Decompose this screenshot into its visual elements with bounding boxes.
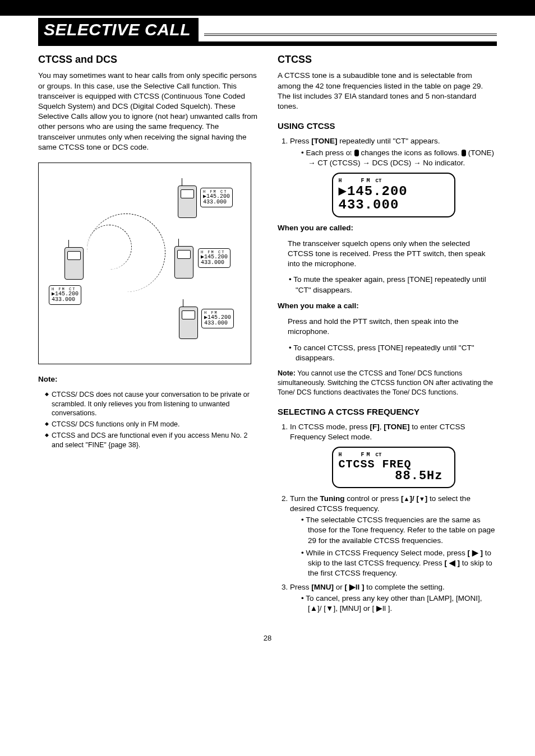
ctcss-note: Note: You cannot use the CTCSS and Tone/… [278,369,497,397]
step-sub-bullet: • Each press of T changes the icons as f… [308,148,497,168]
window-topbar [0,0,535,16]
lcd-ctcss-on: H FMCT ▶145.200 433.000 [332,173,455,217]
broadcast-wave-icon [87,214,165,292]
when-making-bullet: • To cancel CTCSS, press [TONE] repeated… [296,343,497,363]
radio-bottom-screen: H FM ▶145.200 433.000 [201,309,234,328]
lcd-fm: FM [361,452,372,458]
sel-bullet-1: • The selectable CTCSS frequencies are t… [308,515,497,546]
note-list: CTCSS/ DCS does not cause your conversat… [45,390,257,449]
lcd-ctcss-freq: H FMCT CTCSS FREQ 88.5Hz [332,447,455,488]
step-text: to complete the setting. [365,583,445,591]
sel-cancel-bullet: • To cancel, press any key other than [L… [308,593,497,614]
step-1: Press [TONE] repeatedly until "CT" appea… [290,136,497,217]
right-arrow-key: [ ▶ ] [468,549,483,557]
when-making-text: Press and hold the PTT switch, then spea… [288,317,497,337]
step-text: In CTCSS mode, press [290,423,370,431]
lcd-line2: 433.000 [203,200,230,205]
ctcss-dcs-intro: You may sometimes want to hear calls fro… [38,71,257,152]
radio-top-screen: H FM CT ▶145.200 433.000 [200,188,233,207]
sel-step-2: Turn the Tuning control or press [▲]/ [▼… [290,494,497,579]
down-arrow-icon: ▼ [419,495,425,502]
selecting-ctcss-freq-heading: SELECTING A CTCSS FREQUENCY [278,406,497,418]
note-item: CTCSS/ DCS functions only in FM mode. [45,420,257,429]
lcd-ct: CT [376,178,382,184]
title-rule [204,34,497,36]
note-heading: Note: [278,369,296,377]
bullet-text: To mute the speaker again, press [TONE] … [293,275,486,294]
tuning-control: Tuning [320,494,345,503]
using-ctcss-heading: USING CTCSS [278,120,497,132]
note-item: CTCSS and DCS are functional even if you… [45,431,257,449]
lcd-ct: CT [376,452,382,458]
left-arrow-icon: ◀ [449,559,455,567]
lcd-h: H [339,178,344,184]
page-number: 28 [38,634,497,642]
ctcss-intro: A CTCSS tone is a subaudible tone and is… [278,71,497,112]
lcd-line2: 433.000 [339,198,449,212]
note-heading: Note: [38,375,58,383]
lcd-line2: 88.5Hz [339,470,449,483]
step-text: Turn the [290,494,320,503]
lcd-line2: 433.000 [201,260,228,266]
note-text: You cannot use the CTCSS and Tone/ DCS f… [278,369,493,396]
title-underline [38,41,497,46]
title-row: SELECTIVE CALL [38,18,497,41]
when-making-heading: When you make a call: [278,301,497,311]
step-text: or [334,583,345,591]
radio-group-figure: H FM CT ▶145.200 433.000 H FM CT ▶145.20… [38,163,251,364]
bullet-text: Each press of [306,149,354,157]
when-called-bullet: • To mute the speaker again, press [TONE… [296,275,497,295]
when-called-text: The transceiver squelch opens only when … [288,239,497,270]
lcd-fm: FM [361,178,372,184]
section-ctcss-dcs-heading: CTCSS and DCS [38,53,257,66]
step-text: repeatedly until "CT" appears. [338,137,440,145]
ptt-playpause-key: [ ▶ll ] [345,583,365,591]
lcd-line1: CTCSS FREQ [339,459,449,470]
lcd-line2: 433.000 [52,297,79,303]
f-key: [F] [370,423,380,431]
right-arrow-icon: ▶ [472,549,478,557]
section-ctcss-heading: CTCSS [278,53,497,66]
handheld-radio-icon [64,247,84,280]
lcd-line1: ▶145.200 [339,185,449,198]
mnu-key: [MNU] [311,583,334,591]
bullet-text: changes the icons as follows. [359,149,462,157]
lcd-line2: 433.000 [204,321,231,326]
radio-left-screen: H FM CT ▶145.200 433.000 [49,285,81,305]
step-text: control or press [345,494,402,503]
note-item: CTCSS/ DCS does not cause your conversat… [45,390,257,418]
bullet-text: The selectable CTCSS frequencies are the… [306,516,495,544]
sel-bullet-2: • While in CTCSS Frequency Select mode, … [308,548,497,579]
up-down-keys: [▲]/ [▼] [401,494,427,503]
bullet-text: While in CTCSS Frequency Select mode, pr… [306,549,467,557]
page-content: SELECTIVE CALL CTCSS and DCS You may som… [0,18,535,665]
when-called-heading: When you are called: [278,223,497,233]
step-text: Press [290,137,311,145]
tone-key: [TONE] [311,137,337,145]
left-arrow-key: [ ◀ ] [445,559,460,567]
handheld-radio-icon [178,185,197,218]
step-text: Press [290,583,311,591]
right-column: CTCSS A CTCSS tone is a subaudible tone … [278,49,497,617]
lcd-h: H [339,452,344,458]
bullet-text: To cancel CTCSS, press [TONE] repeatedly… [293,344,474,362]
t-icon: T [354,150,359,156]
sel-step-1: In CTCSS mode, press [F], [TONE] to ente… [290,422,497,488]
page-title: SELECTIVE CALL [38,18,199,41]
tone-key: [TONE] [384,423,409,431]
t-icon: T [462,150,466,156]
radio-mid-screen: H FM CT ▶145.200 433.000 [198,248,230,268]
handheld-radio-icon [179,307,198,339]
bullet-text: To cancel, press any key other than [LAM… [306,594,482,613]
sel-step-3: Press [MNU] or [ ▶ll ] to complete the s… [290,582,497,614]
handheld-radio-icon [174,246,193,279]
left-column: CTCSS and DCS You may sometimes want to … [38,49,257,617]
up-arrow-icon: ▲ [404,495,410,502]
